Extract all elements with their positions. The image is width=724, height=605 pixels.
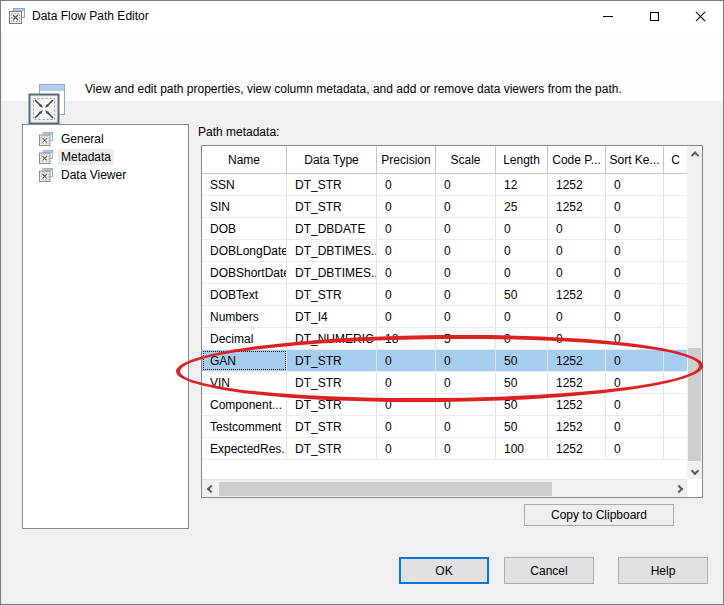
table-cell[interactable]: 0 <box>548 306 606 327</box>
close-button[interactable] <box>677 1 723 32</box>
column-header-c[interactable]: C <box>664 146 687 174</box>
table-cell[interactable]: 50 <box>496 372 548 393</box>
table-cell[interactable]: 0 <box>548 262 606 283</box>
table-row-doblongdate[interactable]: DOBLongDateDT_DBTIMES...00000 <box>202 240 687 262</box>
table-cell[interactable] <box>664 196 687 217</box>
maximize-button[interactable] <box>631 1 677 32</box>
cancel-button[interactable]: Cancel <box>504 557 594 584</box>
table-cell[interactable]: 0 <box>606 306 664 327</box>
table-cell[interactable]: 5 <box>436 328 496 349</box>
table-cell[interactable]: 0 <box>377 350 436 371</box>
table-cell[interactable]: DT_STR <box>287 416 377 437</box>
ok-button[interactable]: OK <box>399 557 489 584</box>
horizontal-scrollbar[interactable] <box>202 479 687 497</box>
table-cell[interactable]: 18 <box>377 328 436 349</box>
table-cell[interactable]: 0 <box>377 438 436 459</box>
table-cell[interactable]: ExpectedRes... <box>202 438 287 459</box>
table-cell[interactable]: 1252 <box>548 394 606 415</box>
table-cell[interactable]: 0 <box>436 306 496 327</box>
table-cell[interactable]: 0 <box>436 350 496 371</box>
table-cell[interactable]: 0 <box>377 218 436 239</box>
table-cell[interactable]: 0 <box>496 328 548 349</box>
table-cell[interactable]: DT_STR <box>287 174 377 195</box>
table-cell[interactable] <box>664 284 687 305</box>
column-header-code-p[interactable]: Code P... <box>548 146 606 174</box>
table-cell[interactable]: 0 <box>377 262 436 283</box>
table-row-vin[interactable]: VINDT_STR005012520 <box>202 372 687 394</box>
table-cell[interactable]: VIN <box>202 372 287 393</box>
table-cell[interactable]: 50 <box>496 350 548 371</box>
table-cell[interactable]: 0 <box>377 372 436 393</box>
sidebar-item-data-viewer[interactable]: Data Viewer <box>23 166 188 184</box>
vertical-scrollbar[interactable] <box>687 146 702 479</box>
table-cell[interactable]: Decimal <box>202 328 287 349</box>
table-cell[interactable]: 0 <box>436 196 496 217</box>
table-cell[interactable]: 0 <box>548 240 606 261</box>
horizontal-scrollbar-thumb[interactable] <box>219 482 552 496</box>
table-cell[interactable]: 0 <box>496 240 548 261</box>
table-cell[interactable]: 0 <box>377 306 436 327</box>
table-row-expectedres[interactable]: ExpectedRes...DT_STR0010012520 <box>202 438 687 460</box>
table-cell[interactable] <box>664 438 687 459</box>
table-cell[interactable]: 0 <box>436 240 496 261</box>
table-cell[interactable]: 0 <box>436 438 496 459</box>
table-cell[interactable]: 0 <box>436 372 496 393</box>
table-cell[interactable] <box>664 240 687 261</box>
column-header-precision[interactable]: Precision <box>377 146 436 174</box>
table-cell[interactable]: 50 <box>496 394 548 415</box>
table-row-numbers[interactable]: NumbersDT_I400000 <box>202 306 687 328</box>
table-cell[interactable]: 0 <box>606 350 664 371</box>
scroll-up-arrow-icon[interactable] <box>687 146 702 162</box>
table-cell[interactable]: 1252 <box>548 350 606 371</box>
table-cell[interactable]: 12 <box>496 174 548 195</box>
table-cell[interactable]: DT_STR <box>287 394 377 415</box>
table-cell[interactable]: DT_NUMERIC <box>287 328 377 349</box>
table-cell[interactable]: 0 <box>548 218 606 239</box>
column-header-data-type[interactable]: Data Type <box>287 146 377 174</box>
table-cell[interactable]: 0 <box>606 218 664 239</box>
table-cell[interactable] <box>664 350 687 371</box>
table-cell[interactable]: 0 <box>606 372 664 393</box>
table-cell[interactable]: 0 <box>606 284 664 305</box>
table-row-ssn[interactable]: SSNDT_STR001212520 <box>202 174 687 196</box>
column-header-length[interactable]: Length <box>496 146 548 174</box>
table-cell[interactable] <box>664 372 687 393</box>
table-row-dobshortdate[interactable]: DOBShortDateDT_DBTIMES...00000 <box>202 262 687 284</box>
table-cell[interactable]: Testcomment <box>202 416 287 437</box>
copy-to-clipboard-button[interactable]: Copy to Clipboard <box>524 504 674 526</box>
table-cell[interactable]: DOBText <box>202 284 287 305</box>
table-row-dobtext[interactable]: DOBTextDT_STR005012520 <box>202 284 687 306</box>
table-cell[interactable]: DT_STR <box>287 350 377 371</box>
table-cell[interactable] <box>664 174 687 195</box>
table-cell[interactable]: 100 <box>496 438 548 459</box>
table-cell[interactable]: Numbers <box>202 306 287 327</box>
help-button[interactable]: Help <box>618 557 708 584</box>
table-cell[interactable]: Component... <box>202 394 287 415</box>
table-cell[interactable]: DOBShortDate <box>202 262 287 283</box>
table-cell[interactable]: DT_DBTIMES... <box>287 240 377 261</box>
table-cell[interactable]: 0 <box>606 262 664 283</box>
table-row-gan[interactable]: GANDT_STR005012520 <box>202 350 687 372</box>
table-cell[interactable]: DT_DBTIMES... <box>287 262 377 283</box>
table-cell[interactable]: DT_STR <box>287 284 377 305</box>
table-cell[interactable]: 1252 <box>548 416 606 437</box>
table-cell[interactable]: 0 <box>436 262 496 283</box>
table-cell[interactable]: 0 <box>548 328 606 349</box>
table-cell[interactable]: 1252 <box>548 438 606 459</box>
table-cell[interactable] <box>664 416 687 437</box>
table-cell[interactable]: 0 <box>606 196 664 217</box>
table-cell[interactable]: 0 <box>436 416 496 437</box>
table-cell[interactable]: 0 <box>377 240 436 261</box>
table-cell[interactable]: DT_DBDATE <box>287 218 377 239</box>
table-cell[interactable] <box>664 394 687 415</box>
table-cell[interactable]: SSN <box>202 174 287 195</box>
table-row-dob[interactable]: DOBDT_DBDATE00000 <box>202 218 687 240</box>
table-cell[interactable]: 0 <box>377 196 436 217</box>
table-cell[interactable]: 50 <box>496 284 548 305</box>
table-cell[interactable]: 1252 <box>548 174 606 195</box>
table-cell[interactable] <box>664 262 687 283</box>
table-cell[interactable]: 0 <box>436 394 496 415</box>
table-cell[interactable]: 0 <box>436 218 496 239</box>
table-cell[interactable]: 1252 <box>548 372 606 393</box>
column-header-name[interactable]: Name <box>202 146 287 174</box>
